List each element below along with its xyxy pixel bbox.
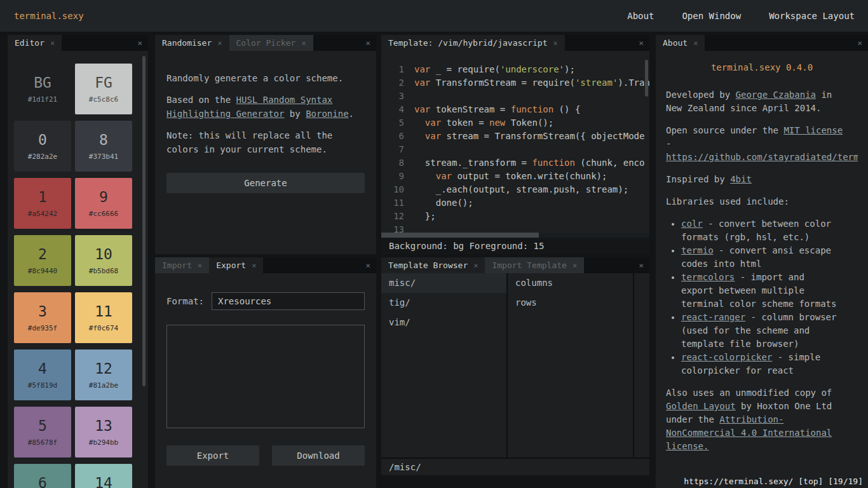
browser-item-misc[interactable]: misc/ <box>381 273 506 293</box>
text-link[interactable]: 4bit <box>730 174 752 184</box>
text-link[interactable]: termio <box>681 245 714 255</box>
color-swatch-3[interactable]: 3#de935f <box>14 292 71 343</box>
menu-about[interactable]: About <box>627 11 654 21</box>
color-swatch-14[interactable]: 14#8abeb7 <box>75 464 132 488</box>
text-link[interactable]: MIT license <box>783 125 843 135</box>
horizontal-scrollbar[interactable] <box>381 233 649 238</box>
tab-editor[interactable]: Editor× <box>8 35 62 51</box>
panel-close-icon[interactable]: × <box>360 35 376 51</box>
tab-close-icon[interactable]: × <box>573 261 577 270</box>
tab-close-icon[interactable]: × <box>252 261 256 270</box>
panel-close-icon[interactable]: × <box>633 35 649 51</box>
color-swatch-11[interactable]: 11#f0c674 <box>75 292 132 343</box>
format-input[interactable] <box>212 292 365 310</box>
export-buttons: Export Download <box>166 445 365 466</box>
bullet-item: termcolors - import andexport between mu… <box>681 271 858 311</box>
token: tokenStream = <box>430 104 510 114</box>
panel-close-icon[interactable]: × <box>851 35 868 51</box>
editor-swatch-grid: BG#1d1f21FG#c5c8c60#282a2e8#373b411#a542… <box>8 51 148 488</box>
color-swatch-0[interactable]: 0#282a2e <box>14 121 71 172</box>
color-swatch-10[interactable]: 10#b5bd68 <box>75 235 132 286</box>
text-link[interactable]: https://github.com/stayradiated/termi <box>666 151 858 164</box>
tab-close-icon[interactable]: × <box>198 261 202 270</box>
about-tabbar: About× × <box>656 35 868 51</box>
tab-close-icon[interactable]: × <box>301 39 306 48</box>
color-swatch-2[interactable]: 2#8c9440 <box>14 235 71 286</box>
text-link[interactable]: Highlighting Generator <box>166 109 284 119</box>
token: var <box>414 104 430 114</box>
text: - convert ansi escape <box>714 245 831 255</box>
scrollbar[interactable] <box>142 56 146 386</box>
topbar: terminal.sexy AboutOpen WindowWorkspace … <box>0 0 868 32</box>
vim-statusline: https://terminal.sexy/ [top] [19/19] <box>684 477 863 486</box>
tab-randomiser[interactable]: Randomiser× <box>155 35 229 51</box>
tab-import-template[interactable]: Import Template× <box>485 257 584 273</box>
line-number: 5 <box>381 116 410 130</box>
tab-label: Template: /vim/hybrid/javascript <box>388 38 547 48</box>
color-swatch-5[interactable]: 5#85678f <box>14 407 71 458</box>
line-number: 3 <box>381 90 410 103</box>
tab-import[interactable]: Import× <box>155 257 209 273</box>
token: 'underscore' <box>500 64 564 74</box>
color-swatch-8[interactable]: 8#373b41 <box>75 121 132 172</box>
export-button[interactable]: Export <box>166 445 259 466</box>
text-link[interactable]: Boronine <box>306 109 348 119</box>
text: Based on the <box>166 95 236 105</box>
panel-close-icon[interactable]: × <box>360 257 376 273</box>
text-link[interactable]: react-ranger <box>681 312 745 322</box>
vertical-scrollbar[interactable] <box>645 60 648 97</box>
tab-close-icon[interactable]: × <box>50 39 55 48</box>
color-swatch-12[interactable]: 12#81a2be <box>75 349 132 400</box>
token: _ = require( <box>430 64 500 74</box>
text: (used for the scheme and <box>681 325 810 336</box>
color-swatch-9[interactable]: 9#cc6666 <box>75 178 132 229</box>
text-link[interactable]: Golden Layout <box>666 401 736 411</box>
menu-workspace-layout[interactable]: Workspace Layout <box>769 11 855 21</box>
text: Open source under the <box>666 125 783 135</box>
tab-color-picker[interactable]: Color Picker× <box>229 35 313 51</box>
browser-item-columns[interactable]: columns <box>508 273 633 293</box>
panel-close-icon[interactable]: × <box>132 35 148 51</box>
color-swatch-bg[interactable]: BG#1d1f21 <box>14 64 71 114</box>
line-number: 4 <box>381 103 410 116</box>
text-link[interactable]: HUSL Random Syntax <box>236 95 333 105</box>
browser-item-vim[interactable]: vim/ <box>381 313 506 332</box>
panel-close-icon[interactable]: × <box>633 257 649 273</box>
menu-open-window[interactable]: Open Window <box>682 11 741 21</box>
tab-close-icon[interactable]: × <box>553 39 557 48</box>
download-button[interactable]: Download <box>272 445 365 466</box>
browser-item-rows[interactable]: rows <box>508 293 633 313</box>
color-swatch-4[interactable]: 4#5f819d <box>14 349 71 400</box>
tab-label: Export <box>216 261 246 270</box>
swatch-hex: #8c9440 <box>28 267 57 275</box>
swatch-hex: #f0c674 <box>89 324 118 332</box>
text-link[interactable]: termcolors <box>681 272 735 282</box>
export-output-textarea[interactable] <box>166 325 365 428</box>
color-swatch-fg[interactable]: FG#c5c8c6 <box>75 64 132 114</box>
color-swatch-6[interactable]: 6#5e8d87 <box>14 464 71 488</box>
tab-close-icon[interactable]: × <box>473 261 478 270</box>
text-link[interactable]: colr <box>681 219 703 229</box>
text-link[interactable]: George Czabania <box>736 90 816 100</box>
text: colors in your current scheme. <box>166 144 327 154</box>
text-link[interactable]: license. <box>666 441 709 451</box>
text-link[interactable]: NonCommercial 4.0 International <box>666 428 832 438</box>
code-text: var output = token.write(chunk); <box>410 170 607 183</box>
text-link[interactable]: react-colorpicker <box>681 352 772 362</box>
tab-label: About <box>663 38 688 48</box>
tab-template-browser[interactable]: Template Browser× <box>381 257 485 273</box>
browser-column-2: columnsrows <box>508 273 634 458</box>
tab-export[interactable]: Export× <box>209 257 263 273</box>
panel-template: Template: /vim/hybrid/javascript× × 1var… <box>381 35 649 254</box>
tab-about[interactable]: About× <box>656 35 705 51</box>
tab-close-icon[interactable]: × <box>217 39 222 48</box>
token: _.each(output, stream.push, stream); <box>414 184 628 194</box>
scrollbar-thumb[interactable] <box>381 233 539 238</box>
color-swatch-13[interactable]: 13#b294bb <box>75 407 132 458</box>
browser-item-tig[interactable]: tig/ <box>381 293 506 313</box>
tab-close-icon[interactable]: × <box>693 39 698 48</box>
generate-button[interactable]: Generate <box>166 173 365 193</box>
text-link[interactable]: Attribution- <box>719 414 783 424</box>
tab-template-vim-hybrid-javascript[interactable]: Template: /vim/hybrid/javascript× <box>381 35 565 51</box>
color-swatch-1[interactable]: 1#a54242 <box>14 178 71 229</box>
